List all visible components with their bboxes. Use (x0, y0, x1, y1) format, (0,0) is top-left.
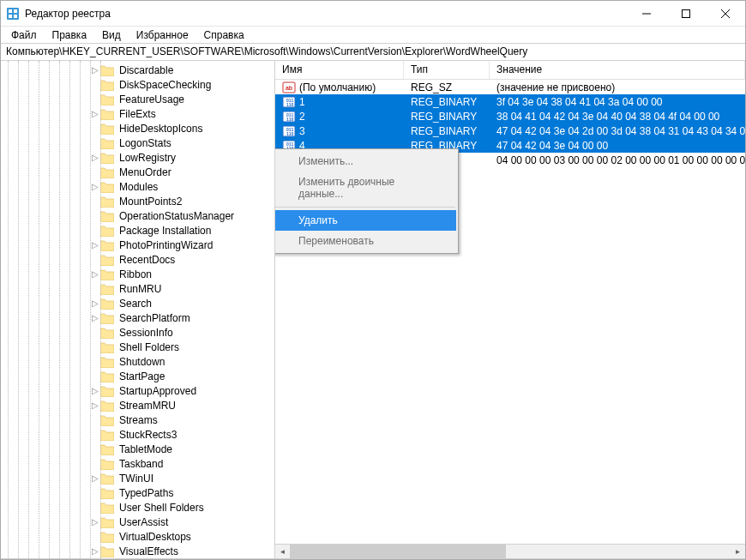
value-row[interactable]: 1REG_BINARY3f 04 3e 04 38 04 41 04 3a 04… (275, 94, 745, 109)
folder-icon (100, 341, 114, 353)
expander-icon[interactable] (90, 240, 100, 250)
tree-item-label: RecentDocs (117, 254, 177, 266)
string-value-icon (282, 81, 296, 94)
tree-item-label: MountPoints2 (117, 196, 183, 208)
tree-item-label: Modules (117, 181, 159, 193)
tree-item-label: FeatureUsage (117, 93, 186, 105)
folder-icon (100, 516, 114, 528)
tree-item-label: HideDesktopIcons (117, 123, 204, 135)
expander-icon[interactable] (90, 473, 100, 483)
context-delete[interactable]: Удалить (275, 210, 456, 231)
folder-icon (100, 487, 114, 499)
tree-item-label: StuckRects3 (117, 429, 178, 441)
context-rename[interactable]: Переименовать (275, 231, 456, 251)
folder-icon (100, 502, 114, 514)
value-row[interactable]: 3REG_BINARY47 04 42 04 3e 04 2d 00 3d 04… (275, 123, 745, 138)
value-type: REG_BINARY (404, 96, 490, 108)
folder-icon (100, 137, 114, 149)
context-modify[interactable]: Изменить... (275, 151, 456, 172)
tree-item-label: StartPage (117, 370, 166, 382)
tree-item-label: TabletMode (117, 443, 174, 455)
value-data: (значение не присвоено) (490, 81, 745, 93)
folder-icon (100, 64, 114, 76)
tree-item-label: Package Installation (117, 225, 213, 237)
folder-icon (100, 370, 114, 382)
folder-icon (100, 283, 114, 295)
svg-rect-2 (14, 9, 17, 13)
expander-icon[interactable] (90, 298, 100, 308)
folder-icon (100, 108, 114, 120)
value-data: 3f 04 3e 04 38 04 41 04 3a 04 00 00 (490, 96, 745, 108)
binary-value-icon (282, 110, 296, 123)
expander-icon[interactable] (90, 400, 100, 410)
folder-icon (100, 210, 114, 222)
expander-icon[interactable] (90, 65, 100, 75)
column-name[interactable]: Имя (275, 61, 404, 79)
value-type: REG_SZ (404, 81, 490, 93)
menu-view[interactable]: Вид (95, 27, 128, 43)
minimize-button[interactable] (627, 1, 666, 26)
close-button[interactable] (706, 1, 745, 26)
tree-item-label: OperationStatusManager (117, 210, 236, 222)
tree-item-label: LogonStats (117, 137, 173, 149)
tree-item-label: Streams (117, 414, 159, 426)
maximize-button[interactable] (666, 1, 706, 26)
tree-item-label: Search (117, 298, 153, 310)
address-bar[interactable]: Компьютер\HKEY_CURRENT_USER\SOFTWARE\Mic… (1, 44, 745, 61)
folder-icon (100, 414, 114, 426)
context-separator (275, 207, 455, 208)
tree-item-label: VisualEffects (117, 545, 180, 557)
window-title: Редактор реестра (25, 8, 627, 20)
value-data: 47 04 42 04 3e 04 00 00 (490, 140, 745, 152)
value-data: 04 00 00 00 03 00 00 00 02 00 00 00 01 0… (490, 154, 745, 166)
expander-icon[interactable] (90, 546, 100, 556)
folder-icon (100, 327, 114, 339)
value-name: 1 (299, 96, 305, 108)
expander-icon[interactable] (90, 386, 100, 395)
value-row[interactable]: (По умолчанию)REG_SZ(значение не присвое… (275, 80, 745, 94)
menu-bar: Файл Правка Вид Избранное Справка (1, 27, 745, 44)
horizontal-scrollbar[interactable]: ◄ ► (275, 544, 745, 558)
folder-icon (100, 400, 114, 412)
folder-icon (100, 545, 114, 557)
tree-item-label: LowRegistry (117, 152, 177, 164)
binary-value-icon (282, 95, 296, 109)
svg-rect-1 (9, 9, 12, 13)
expander-icon[interactable] (90, 109, 100, 118)
value-data: 38 04 41 04 42 04 3e 04 40 04 38 04 4f 0… (490, 111, 745, 123)
tree-pane[interactable]: DiscardableDiskSpaceCheckingFeatureUsage… (1, 61, 275, 558)
value-row[interactable]: 2REG_BINARY38 04 41 04 42 04 3e 04 40 04… (275, 109, 745, 123)
tree-item-label: PhotoPrintingWizard (117, 239, 214, 251)
menu-help[interactable]: Справка (197, 27, 251, 43)
folder-icon (100, 181, 114, 193)
folder-icon (100, 225, 114, 237)
tree-item-label: RunMRU (117, 283, 163, 295)
values-pane: Имя Тип Значение (По умолчанию)REG_SZ(зн… (275, 61, 745, 558)
tree-item-label: Shutdown (117, 356, 166, 368)
folder-icon (100, 356, 114, 368)
expander-icon[interactable] (90, 517, 100, 527)
folder-icon (100, 93, 114, 105)
tree-item-label: Ribbon (117, 268, 153, 280)
folder-icon (100, 531, 114, 543)
menu-edit[interactable]: Правка (45, 27, 94, 43)
menu-file[interactable]: Файл (4, 27, 44, 43)
value-type: REG_BINARY (404, 111, 490, 123)
tree-item-label: TWinUI (117, 473, 155, 485)
tree-item-label: Shell Folders (117, 341, 181, 353)
folder-icon (100, 123, 114, 135)
expander-icon[interactable] (90, 313, 100, 322)
svg-rect-6 (683, 9, 690, 17)
folder-icon (100, 312, 114, 324)
tree-item-label: Taskband (117, 458, 165, 470)
column-type[interactable]: Тип (404, 61, 490, 79)
expander-icon[interactable] (90, 269, 100, 279)
tree-item-label: StreamMRU (117, 400, 177, 412)
value-name: (По умолчанию) (299, 81, 376, 93)
expander-icon[interactable] (90, 153, 100, 162)
folder-icon (100, 79, 114, 91)
menu-favorites[interactable]: Избранное (129, 27, 196, 43)
expander-icon[interactable] (90, 182, 100, 191)
column-value[interactable]: Значение (490, 61, 745, 79)
context-modify-binary[interactable]: Изменить двоичные данные... (275, 172, 456, 204)
